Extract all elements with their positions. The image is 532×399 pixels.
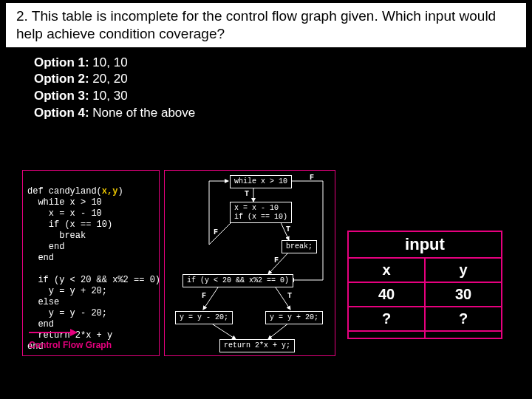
code-line: if (x == 10) — [27, 219, 112, 230]
option-label: Option 2: — [34, 72, 89, 86]
option-label: Option 1: — [34, 55, 89, 69]
col-x: x — [348, 258, 425, 282]
edge-label-f: F — [274, 256, 279, 265]
flow-node-cond: if (y < 20 && x%2 == 0) — [183, 274, 293, 287]
option-row: Option 1: 10, 10 — [34, 55, 532, 72]
question-number: 2. — [16, 8, 28, 24]
flow-panel: while x > 10 x = x - 10 if (x == 10) bre… — [164, 170, 335, 356]
option-value: 20, 20 — [92, 72, 127, 86]
code-line: x = x - 10 — [27, 208, 102, 219]
option-row: Option 3: 10, 30 — [34, 88, 532, 105]
question-text: This table is incomplete for the control… — [16, 8, 496, 41]
input-table: input x y 40 30 ? ? — [347, 231, 502, 339]
svg-line-11 — [211, 323, 236, 339]
edge-label-t: T — [286, 225, 290, 233]
option-row: Option 4: None of the above — [34, 105, 532, 122]
cell-y — [425, 331, 502, 338]
edge-label-f: F — [310, 174, 314, 182]
cell-y: 30 — [425, 282, 502, 307]
code-line: end — [27, 253, 54, 263]
edge-label-t: T — [287, 292, 292, 300]
flow-node-while: while x > 10 — [230, 175, 292, 188]
code-line: if (y < 20 && x%2 == 0) — [27, 275, 160, 285]
cfg-label: Control Flow Graph — [29, 340, 112, 351]
arrow-icon — [29, 329, 81, 336]
table-row: ? ? — [348, 307, 502, 331]
table-row — [348, 331, 502, 338]
table-header: input — [348, 231, 502, 258]
cell-x: ? — [348, 307, 425, 331]
code-line: else — [27, 297, 59, 307]
options-list: Option 1: 10, 10 Option 2: 20, 20 Option… — [34, 55, 532, 123]
code-line: while x > 10 — [27, 197, 102, 208]
question-block: 2. This table is incomplete for the cont… — [6, 3, 526, 47]
edge-label-f: F — [202, 292, 206, 300]
option-value: 10, 10 — [92, 55, 127, 69]
code-def-suffix: ) — [117, 186, 123, 197]
flow-node-break: break; — [282, 240, 317, 253]
option-label: Option 4: — [34, 106, 89, 120]
code-line: end — [27, 319, 54, 330]
code-line: break — [27, 231, 86, 241]
code-def-prefix: def candyland( — [27, 186, 102, 197]
flow-node-assign: x = x - 10 if (x == 10) — [230, 202, 292, 223]
flow-edges — [165, 171, 336, 357]
cell-x — [348, 331, 425, 338]
code-def-args: x,y — [102, 186, 118, 197]
col-y: y — [425, 258, 502, 282]
svg-line-5 — [209, 221, 233, 245]
option-row: Option 2: 20, 20 — [34, 71, 532, 88]
cell-y: ? — [425, 307, 502, 331]
edge-label-f: F — [214, 228, 218, 236]
flow-node-plus: y = y + 20; — [265, 311, 323, 324]
code-panel: def candyland(x,y) while x > 10 x = x - … — [22, 170, 160, 356]
table-row: 40 30 — [348, 282, 502, 307]
edge-label-t: T — [245, 190, 249, 198]
option-value: 10, 30 — [92, 89, 127, 103]
option-label: Option 3: — [34, 89, 89, 103]
flow-node-minus: y = y - 20; — [175, 311, 233, 324]
flow-node-return: return 2*x + y; — [219, 339, 295, 352]
code-line: y = y + 20; — [27, 286, 107, 296]
diagrams: def candyland(x,y) while x > 10 x = x - … — [22, 170, 335, 356]
code-line: y = y - 20; — [27, 308, 107, 318]
code-line: end — [27, 242, 64, 252]
option-value: None of the above — [92, 106, 195, 120]
cell-x: 40 — [348, 282, 425, 307]
svg-line-12 — [268, 323, 289, 339]
